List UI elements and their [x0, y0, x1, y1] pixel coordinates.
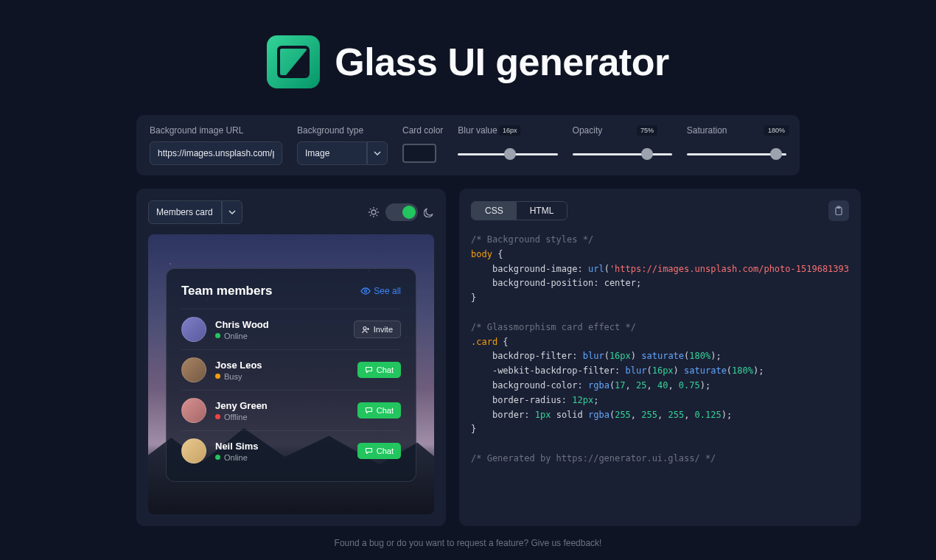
bg-type-select[interactable] — [297, 141, 367, 165]
user-plus-icon — [362, 326, 370, 334]
member-status: Online — [215, 453, 349, 462]
avatar — [181, 398, 206, 423]
bg-url-label: Background image URL — [150, 125, 282, 136]
member-status: Offline — [215, 413, 349, 421]
opacity-badge: 75% — [637, 125, 657, 136]
see-all-link[interactable]: See all — [360, 286, 401, 296]
controls-panel: Background image URL Background type Car… — [136, 115, 800, 175]
app-logo — [267, 35, 320, 88]
status-dot-icon — [215, 374, 220, 379]
saturation-badge: 180% — [764, 125, 789, 136]
svg-point-10 — [363, 326, 366, 329]
chevron-down-icon[interactable] — [367, 141, 388, 165]
svg-line-5 — [370, 209, 371, 209]
svg-line-7 — [370, 215, 371, 216]
member-row: Jose LeosBusyChat — [181, 349, 401, 390]
preview-type-select[interactable] — [148, 200, 222, 224]
code-panel: CSS HTML /* Background styles */ body { … — [459, 189, 861, 526]
member-name: Jose Leos — [215, 360, 349, 371]
svg-line-8 — [377, 209, 377, 209]
card-color-label: Card color — [402, 125, 443, 136]
opacity-slider[interactable]: 75% — [573, 141, 672, 155]
theme-toggle[interactable] — [385, 203, 418, 221]
tab-html[interactable]: HTML — [517, 202, 567, 220]
svg-point-9 — [365, 290, 367, 292]
svg-line-6 — [377, 215, 377, 216]
app-title: Glass UI generator — [335, 40, 668, 84]
blur-slider[interactable]: 16px — [458, 141, 557, 155]
code-block[interactable]: /* Background styles */ body { backgroun… — [471, 233, 849, 466]
preview-panel: Team members See all Chris WoodOnlineInv… — [136, 189, 446, 526]
card-color-swatch[interactable] — [402, 144, 436, 163]
footer-text[interactable]: Found a bug or do you want to request a … — [136, 538, 800, 548]
status-dot-icon — [215, 414, 220, 419]
chevron-down-icon[interactable] — [222, 200, 242, 224]
member-row: Chris WoodOnlineInvite — [181, 309, 401, 349]
member-name: Chris Wood — [215, 319, 345, 330]
glass-card: Team members See all Chris WoodOnlineInv… — [166, 268, 416, 482]
invite-button[interactable]: Invite — [354, 321, 401, 338]
member-status: Busy — [215, 372, 349, 381]
chat-icon — [365, 407, 373, 414]
avatar — [181, 317, 206, 342]
chat-icon — [365, 447, 373, 455]
code-tabs: CSS HTML — [471, 201, 567, 220]
chat-button[interactable]: Chat — [357, 402, 401, 419]
member-row: Neil SimsOnlineChat — [181, 430, 401, 471]
saturation-slider[interactable]: 180% — [687, 141, 786, 155]
see-all-label: See all — [374, 286, 401, 296]
chat-icon — [365, 366, 373, 374]
tab-css[interactable]: CSS — [472, 202, 517, 220]
status-dot-icon — [215, 333, 220, 338]
clipboard-icon — [834, 206, 844, 216]
avatar — [181, 438, 206, 463]
member-name: Jeny Green — [215, 400, 349, 411]
blur-badge: 16px — [499, 125, 521, 136]
eye-icon — [360, 287, 371, 295]
member-row: Jeny GreenOfflineChat — [181, 390, 401, 430]
preview-background: Team members See all Chris WoodOnlineInv… — [148, 234, 434, 514]
copy-button[interactable] — [828, 200, 849, 221]
bg-type-label: Background type — [297, 125, 388, 136]
avatar — [181, 357, 206, 382]
card-title: Team members — [181, 284, 272, 298]
member-name: Neil Sims — [215, 441, 349, 452]
chat-button[interactable]: Chat — [357, 443, 401, 459]
member-status: Online — [215, 332, 345, 340]
status-dot-icon — [215, 455, 220, 460]
header: Glass UI generator — [0, 0, 936, 115]
moon-icon — [424, 207, 434, 217]
bg-url-input[interactable] — [150, 141, 282, 165]
sun-icon — [368, 206, 380, 218]
chat-button[interactable]: Chat — [357, 362, 401, 378]
svg-point-0 — [371, 210, 376, 214]
